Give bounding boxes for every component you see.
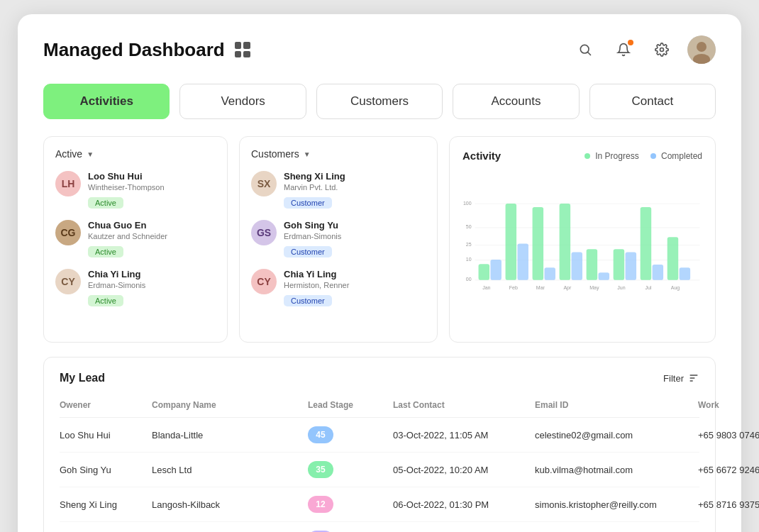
svg-rect-16: [479, 264, 489, 280]
completed-dot: [650, 153, 656, 159]
avatar[interactable]: [687, 35, 716, 64]
tab-vendors[interactable]: Vendors: [179, 84, 306, 119]
grid-icon[interactable]: [235, 42, 250, 57]
customer-person-2[interactable]: CY Chia Yi Ling Hermiston, Renner Custom…: [251, 269, 426, 306]
active-person-1[interactable]: CG Chua Guo En Kautzer and Schneider Act…: [55, 220, 216, 257]
lead-title: My Lead: [60, 372, 105, 384]
cell-company: Blanda-Little: [152, 430, 308, 440]
filter-label: Filter: [663, 373, 684, 384]
svg-line-1: [588, 52, 591, 55]
cell-contact: 05-Oct-2022, 10:20 AM: [393, 465, 535, 475]
col-company: Company Name: [152, 400, 308, 410]
active-dropdown-arrow[interactable]: ▼: [87, 150, 94, 158]
customer-person-0[interactable]: SX Sheng Xi Ling Marvin Pvt. Ltd. Custom…: [251, 171, 426, 209]
svg-rect-27: [626, 252, 636, 279]
cell-email: celestine02@gmail.com: [535, 430, 698, 440]
active-list-card: Active ▼ LH Loo Shu Hui Wintheiser-Thomp…: [43, 136, 228, 343]
svg-text:Mar: Mar: [536, 285, 545, 290]
person-info: Chia Yi Ling Erdman-Simonis Active: [88, 269, 216, 306]
customer-badge: Customer: [284, 246, 332, 257]
lead-table: Owener Company Name Lead Stage Last Cont…: [60, 396, 699, 532]
active-people-list: LH Loo Shu Hui Wintheiser-Thompson Activ…: [55, 171, 216, 306]
filter-button[interactable]: Filter: [663, 372, 699, 384]
stage-badge: 45: [308, 426, 333, 443]
main-content: Active ▼ LH Loo Shu Hui Wintheiser-Thomp…: [43, 136, 716, 343]
table-header-row: Owener Company Name Lead Stage Last Cont…: [60, 396, 699, 418]
person-company: Erdman-Simonis: [88, 281, 216, 289]
in-progress-dot: [585, 153, 590, 159]
active-person-0[interactable]: LH Loo Shu Hui Wintheiser-Thompson Activ…: [55, 171, 216, 209]
table-row: Loo Shu Hui Blanda-Little 45 03-Oct-2022…: [60, 418, 699, 453]
table-row: Chua Guo En Bosco, Kautzer and Schneider…: [60, 522, 699, 532]
col-owner: Owener: [60, 400, 152, 410]
lead-section: My Lead Filter Owener Company Name Lead …: [43, 357, 716, 532]
cell-contact: 06-Oct-2022, 01:30 PM: [393, 499, 535, 510]
svg-text:May: May: [589, 285, 599, 291]
cell-contact: 03-Oct-2022, 11:05 AM: [393, 430, 535, 440]
col-email: Email ID: [535, 400, 698, 410]
person-name: Chia Yi Ling: [284, 269, 426, 279]
person-avatar: CG: [55, 220, 81, 245]
header: Managed Dashboard: [43, 35, 716, 64]
cell-stage: 45: [308, 426, 393, 443]
tab-activities[interactable]: Activities: [43, 84, 170, 119]
svg-rect-18: [506, 204, 516, 280]
svg-rect-31: [680, 267, 690, 280]
svg-text:Feb: Feb: [509, 285, 518, 290]
svg-text:Jul: Jul: [645, 285, 651, 290]
active-person-2[interactable]: CY Chia Yi Ling Erdman-Simonis Active: [55, 269, 216, 306]
activity-chart-card: Activity In Progress Completed 100: [449, 136, 716, 343]
svg-text:00: 00: [466, 277, 472, 282]
svg-text:25: 25: [466, 242, 472, 247]
tab-customers[interactable]: Customers: [316, 84, 443, 119]
active-badge: Active: [88, 197, 123, 209]
customers-dropdown-arrow[interactable]: ▼: [304, 150, 311, 158]
chart-svg: 100 50 25 10 00: [462, 173, 702, 329]
customers-list-title: Customers: [251, 148, 299, 160]
svg-rect-22: [560, 204, 570, 280]
cell-work: +65 9803 0746: [698, 430, 759, 440]
lead-rows: Loo Shu Hui Blanda-Little 45 03-Oct-2022…: [60, 418, 699, 532]
svg-rect-21: [544, 267, 555, 280]
tab-accounts[interactable]: Accounts: [453, 84, 579, 119]
svg-rect-30: [667, 237, 678, 280]
dashboard-container: Managed Dashboard: [18, 14, 741, 532]
settings-button[interactable]: [649, 37, 675, 62]
person-avatar: SX: [251, 171, 277, 196]
active-badge: Active: [88, 246, 123, 257]
svg-rect-17: [490, 260, 501, 280]
col-stage: Lead Stage: [308, 400, 393, 410]
svg-rect-25: [599, 272, 609, 280]
table-row: Sheng Xi Ling Langosh-Kilback 12 06-Oct-…: [60, 487, 699, 522]
cell-work: +65 6672 9246: [698, 465, 759, 475]
tab-contact[interactable]: Contact: [589, 84, 716, 119]
svg-rect-28: [641, 207, 651, 280]
filter-icon: [688, 372, 699, 384]
chart-header: Activity In Progress Completed: [462, 150, 702, 162]
person-avatar: CY: [251, 269, 277, 294]
svg-rect-24: [587, 249, 597, 280]
svg-point-4: [697, 42, 707, 52]
lead-header: My Lead Filter: [60, 372, 699, 384]
person-company: Erdman-Simonis: [284, 232, 426, 240]
search-button[interactable]: [572, 37, 598, 62]
stage-badge: 35: [308, 461, 333, 478]
active-badge: Active: [88, 295, 123, 306]
person-name: Sheng Xi Ling: [284, 171, 426, 182]
person-info: Chua Guo En Kautzer and Schneider Active: [88, 220, 216, 257]
person-company: Kautzer and Schneider: [88, 232, 216, 240]
person-company: Hermiston, Renner: [284, 281, 426, 289]
bell-button[interactable]: [611, 37, 636, 62]
svg-text:100: 100: [463, 201, 472, 206]
svg-rect-20: [533, 207, 543, 280]
cell-owner: Sheng Xi Ling: [60, 499, 152, 510]
active-list-header: Active ▼: [55, 148, 216, 160]
legend-in-progress: In Progress: [585, 151, 639, 161]
person-avatar: CY: [55, 269, 81, 294]
svg-text:Apr: Apr: [563, 285, 572, 291]
customer-person-1[interactable]: GS Goh Sing Yu Erdman-Simonis Customer: [251, 220, 426, 257]
person-name: Loo Shu Hui: [88, 171, 216, 182]
person-info: Sheng Xi Ling Marvin Pvt. Ltd. Customer: [284, 171, 426, 209]
cell-email: kub.vilma@hotmail.com: [535, 465, 698, 475]
cell-company: Langosh-Kilback: [152, 499, 308, 510]
